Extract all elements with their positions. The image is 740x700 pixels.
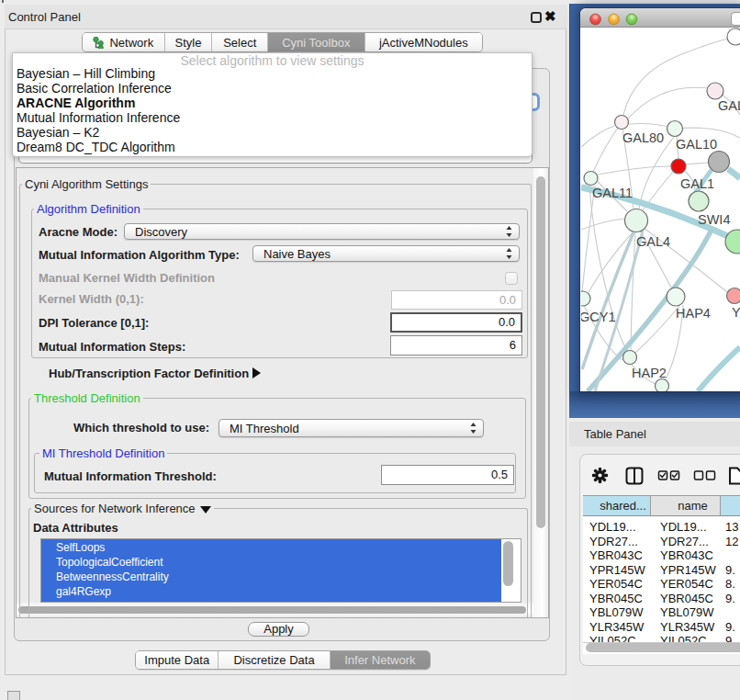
svg-text:GCY1: GCY1 [581,310,616,324]
svg-text:GAL1: GAL1 [680,176,714,191]
svg-text:GAL11: GAL11 [592,186,633,200]
svg-text:GAL10: GAL10 [676,137,717,152]
svg-text:Y: Y [732,305,740,320]
svg-text:HAP2: HAP2 [632,366,667,380]
svg-text:GAL80: GAL80 [622,130,664,145]
svg-text:GAL4: GAL4 [636,234,670,249]
svg-text:SWI4: SWI4 [698,212,730,227]
svg-text:HAP4: HAP4 [676,306,711,321]
svg-text:GAL7: GAL7 [718,98,740,113]
